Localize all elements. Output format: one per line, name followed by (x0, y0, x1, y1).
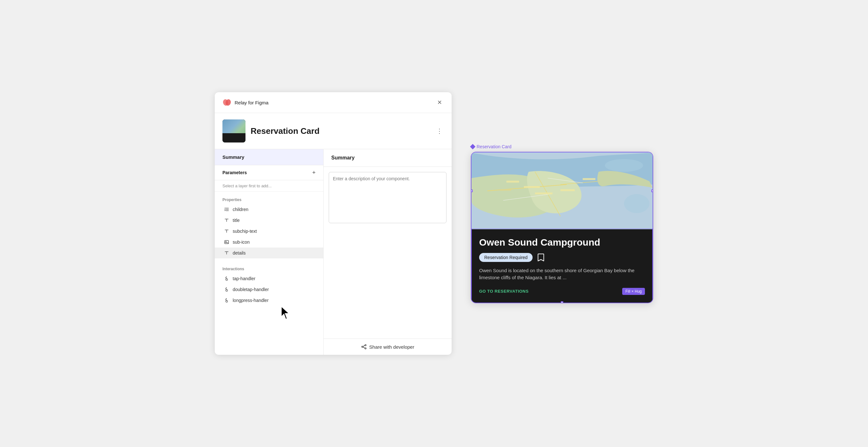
svg-point-22 (605, 159, 643, 172)
go-to-reservations-link[interactable]: GO TO RESERVATIONS (479, 289, 529, 294)
text-icon-title (224, 217, 229, 223)
relay-diamond-icon (470, 144, 475, 149)
tap-handler-icon (224, 276, 229, 281)
summary-content (323, 167, 452, 338)
add-parameter-button[interactable]: + (312, 170, 316, 176)
svg-point-23 (624, 194, 649, 213)
map-resize-handle-left[interactable] (471, 189, 473, 192)
more-options-button[interactable]: ⋮ (435, 126, 444, 136)
svg-rect-18 (535, 192, 553, 194)
property-subchip-label: subchip-text (233, 229, 257, 234)
resize-handle-bottom-right[interactable] (651, 301, 653, 303)
description-textarea[interactable] (329, 172, 446, 223)
svg-rect-20 (583, 178, 596, 180)
parameters-section-header: Parameters + (215, 165, 323, 180)
svg-rect-17 (524, 186, 540, 188)
card-content: Owen Sound Campground Reservation Requir… (471, 229, 653, 303)
interaction-tap-label: tap-handler (233, 276, 255, 281)
sidebar: Summary Parameters + Select a layer firs… (215, 149, 323, 355)
property-details-label: details (233, 250, 246, 256)
map-resize-handle-right[interactable] (651, 189, 653, 192)
svg-rect-19 (560, 189, 575, 191)
bookmark-icon[interactable] (536, 253, 546, 262)
property-sub-icon-label: sub-icon (233, 239, 250, 245)
parameters-label: Parameters (222, 170, 247, 175)
indent-icon (224, 207, 229, 212)
reservation-card: Owen Sound Campground Reservation Requir… (471, 152, 653, 303)
component-name: Reservation Card (251, 126, 319, 136)
text-icon-details (224, 250, 229, 256)
summary-panel: Summary Share with developer (323, 149, 452, 355)
interaction-item-longpress[interactable]: longpress-handler (215, 295, 323, 306)
longpress-handler-icon (224, 297, 229, 303)
card-label-text: Reservation Card (476, 144, 512, 149)
share-footer: Share with developer (323, 338, 452, 355)
left-panel: Relay for Figma ✕ Reservation Card ⋮ Sum… (215, 92, 452, 355)
share-with-developer-button[interactable]: Share with developer (361, 344, 414, 350)
property-item-sub-icon[interactable]: sub-icon (215, 237, 323, 247)
reservation-chip: Reservation Required (479, 253, 533, 262)
svg-rect-16 (506, 181, 519, 182)
property-item-details[interactable]: details (215, 247, 323, 259)
panel-header: Relay for Figma ✕ (215, 92, 452, 113)
resize-handle-bottom-middle[interactable] (561, 301, 563, 303)
interactions-section: Interactions tap-handler (215, 261, 323, 308)
properties-section: Properties children (215, 192, 323, 261)
panel-header-left: Relay for Figma (222, 98, 269, 107)
interaction-item-tap[interactable]: tap-handler (215, 273, 323, 284)
property-item-title[interactable]: title (215, 215, 323, 226)
component-thumbnail (222, 119, 246, 143)
interactions-section-label: Interactions (215, 264, 323, 273)
interaction-doubletap-label: doubletap-handler (233, 287, 269, 292)
interaction-item-doubletap[interactable]: doubletap-handler (215, 284, 323, 295)
card-chips: Reservation Required (479, 253, 645, 262)
fill-hug-badge: Fill × Hug (622, 288, 645, 295)
cursor-icon (279, 305, 291, 321)
app-title: Relay for Figma (235, 100, 269, 106)
resize-handle-bottom-left[interactable] (471, 301, 473, 303)
image-icon (224, 239, 229, 245)
card-map-image (471, 152, 653, 229)
card-description: Owen Sound is located on the southern sh… (479, 267, 645, 281)
card-label: Reservation Card (471, 144, 653, 149)
property-item-subchip-text[interactable]: subchip-text (215, 226, 323, 237)
panel-body: Summary Parameters + Select a layer firs… (215, 149, 452, 355)
map-svg (471, 152, 653, 229)
relay-logo-icon (222, 98, 231, 107)
thumbnail-map-image (222, 119, 246, 143)
sidebar-tab-summary[interactable]: Summary (215, 149, 323, 165)
component-header-left: Reservation Card (222, 119, 319, 143)
right-panel: Reservation Card (471, 144, 653, 303)
component-header: Reservation Card ⋮ (215, 113, 452, 149)
interaction-longpress-label: longpress-handler (233, 298, 269, 303)
close-button[interactable]: ✕ (435, 98, 444, 107)
card-footer: GO TO RESERVATIONS Fill × Hug (479, 288, 645, 295)
properties-section-label: Properties (215, 195, 323, 204)
card-title: Owen Sound Campground (479, 237, 645, 248)
summary-panel-header: Summary (323, 149, 452, 167)
select-hint: Select a layer first to add... (215, 180, 323, 192)
svg-rect-21 (500, 189, 511, 191)
property-item-children[interactable]: children (215, 204, 323, 215)
text-icon-subchip (224, 228, 229, 234)
property-children-label: children (233, 207, 248, 212)
property-title-label: title (233, 218, 240, 223)
share-button-label: Share with developer (369, 344, 414, 350)
share-icon (361, 344, 367, 350)
doubletap-handler-icon (224, 287, 229, 292)
